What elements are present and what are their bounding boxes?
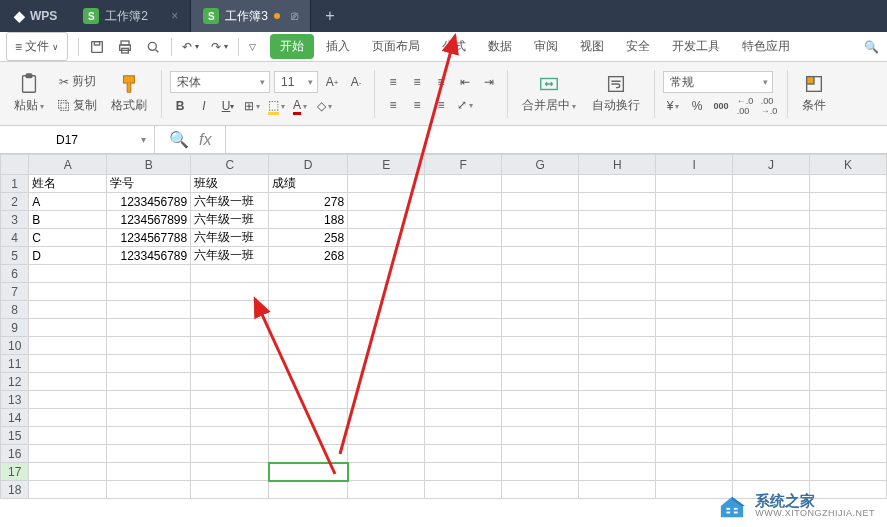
cell[interactable] [656, 247, 733, 265]
cell[interactable] [502, 355, 579, 373]
cell[interactable] [107, 391, 191, 409]
col-header[interactable]: K [809, 155, 886, 175]
col-header[interactable]: E [348, 155, 425, 175]
cell[interactable] [191, 283, 269, 301]
cell[interactable] [656, 427, 733, 445]
cell[interactable] [809, 409, 886, 427]
cell[interactable] [29, 283, 107, 301]
cell[interactable] [269, 373, 348, 391]
search-icon[interactable]: 🔍 [864, 40, 879, 54]
row-header[interactable]: 18 [1, 481, 29, 499]
row-header[interactable]: 2 [1, 193, 29, 211]
cell[interactable] [348, 211, 425, 229]
cond-format-button[interactable]: 条件 [796, 71, 832, 116]
cell[interactable] [425, 229, 502, 247]
cell[interactable] [425, 247, 502, 265]
cell[interactable] [809, 391, 886, 409]
cell[interactable] [107, 373, 191, 391]
copy-button[interactable]: ⿻复制 [54, 95, 101, 116]
col-header[interactable]: D [269, 155, 348, 175]
workbook-tab-2[interactable]: S 工作簿3 ⎚ [191, 0, 311, 32]
cell[interactable] [502, 175, 579, 193]
cell[interactable] [579, 337, 656, 355]
dec-decimal-button[interactable]: .00→.0 [759, 96, 779, 116]
align-middle-button[interactable]: ≡ [407, 72, 427, 92]
cell[interactable] [348, 427, 425, 445]
cell[interactable] [425, 193, 502, 211]
cell[interactable] [733, 373, 810, 391]
wrap-text-button[interactable]: 自动换行 [586, 71, 646, 116]
row-header[interactable]: 14 [1, 409, 29, 427]
tab-apps[interactable]: 特色应用 [732, 34, 800, 59]
redo-button[interactable]: ↷▾ [205, 32, 234, 61]
cell[interactable] [269, 481, 348, 499]
shrink-font-button[interactable]: A- [346, 72, 366, 92]
cell[interactable] [502, 283, 579, 301]
row-header[interactable]: 6 [1, 265, 29, 283]
cell[interactable] [191, 319, 269, 337]
cell[interactable] [733, 463, 810, 481]
align-left-button[interactable]: ≡ [383, 95, 403, 115]
print-button[interactable] [111, 32, 139, 61]
cell[interactable] [29, 427, 107, 445]
cell[interactable] [29, 337, 107, 355]
row-header[interactable]: 1 [1, 175, 29, 193]
cell[interactable] [656, 301, 733, 319]
cell[interactable]: 268 [269, 247, 348, 265]
cell[interactable] [348, 409, 425, 427]
cell[interactable] [733, 445, 810, 463]
cell[interactable] [269, 463, 348, 481]
cell[interactable] [348, 265, 425, 283]
cell[interactable] [579, 301, 656, 319]
italic-button[interactable]: I [194, 96, 214, 116]
cell[interactable] [579, 427, 656, 445]
cell[interactable] [29, 391, 107, 409]
cell[interactable]: 学号 [107, 175, 191, 193]
cell[interactable] [425, 427, 502, 445]
cell[interactable] [579, 265, 656, 283]
fx-icon[interactable]: fx [199, 131, 211, 149]
col-header[interactable]: F [425, 155, 502, 175]
tab-start[interactable]: 开始 [270, 34, 314, 59]
cell[interactable] [191, 409, 269, 427]
cell[interactable] [269, 355, 348, 373]
cell[interactable] [348, 319, 425, 337]
cell[interactable] [809, 463, 886, 481]
cell[interactable] [107, 463, 191, 481]
spreadsheet-grid[interactable]: ABCDEFGHIJK1姓名学号班级成绩2A1233456789六年级一班278… [0, 154, 887, 499]
cell[interactable]: B [29, 211, 107, 229]
cell[interactable] [502, 337, 579, 355]
cell[interactable]: 六年级一班 [191, 229, 269, 247]
font-color-button[interactable]: A [290, 96, 310, 116]
new-tab-button[interactable]: + [311, 0, 348, 32]
cell[interactable]: 六年级一班 [191, 247, 269, 265]
cell[interactable] [29, 409, 107, 427]
cell[interactable] [269, 427, 348, 445]
cell[interactable] [579, 445, 656, 463]
cell[interactable] [29, 355, 107, 373]
indent-inc-button[interactable]: ⇥ [479, 72, 499, 92]
cell[interactable] [348, 283, 425, 301]
cell[interactable]: 278 [269, 193, 348, 211]
cell[interactable] [348, 301, 425, 319]
grow-font-button[interactable]: A+ [322, 72, 342, 92]
format-painter-button[interactable]: 格式刷 [105, 71, 153, 116]
cell[interactable] [191, 463, 269, 481]
cell[interactable] [107, 337, 191, 355]
cell[interactable] [733, 229, 810, 247]
col-header[interactable]: H [579, 155, 656, 175]
row-header[interactable]: 13 [1, 391, 29, 409]
cell[interactable] [733, 319, 810, 337]
cell[interactable] [425, 463, 502, 481]
cell[interactable] [269, 409, 348, 427]
cell[interactable] [656, 193, 733, 211]
cell[interactable] [656, 391, 733, 409]
font-size-combo[interactable]: 11 [274, 71, 318, 93]
cell[interactable] [348, 337, 425, 355]
cell[interactable] [425, 301, 502, 319]
cell[interactable] [733, 175, 810, 193]
cell[interactable] [579, 481, 656, 499]
cell[interactable] [656, 337, 733, 355]
cell[interactable] [502, 409, 579, 427]
cell[interactable] [809, 175, 886, 193]
